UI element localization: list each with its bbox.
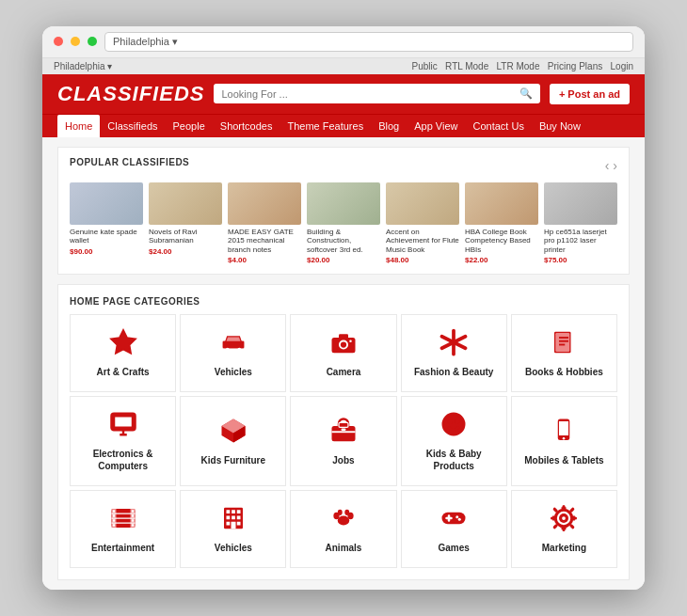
popular-item-img	[228, 182, 301, 225]
popular-item-title: Hp ce651a laserjet pro p1102 laser print…	[544, 228, 617, 255]
list-item[interactable]: HBA College Book Competency Based HBIs $…	[465, 182, 538, 265]
cat-item-mobiles[interactable]: Mobiles & Tablets	[511, 396, 617, 486]
carousel-arrows[interactable]: ‹ ›	[605, 158, 617, 173]
nav-item-classifieds[interactable]: Classifieds	[100, 115, 165, 137]
cat-item-kids-furniture[interactable]: Kids Furniture	[180, 396, 286, 486]
cat-item-camera[interactable]: Camera	[290, 314, 396, 392]
cat-item-art-crafts[interactable]: Art & Crafts	[70, 314, 176, 392]
popular-item-title: HBA College Book Competency Based HBIs	[465, 228, 538, 255]
cat-label: Electronics & Computers	[76, 448, 169, 472]
popular-item-img	[465, 182, 538, 225]
top-links: Public RTL Mode LTR Mode Pricing Plans L…	[412, 61, 633, 71]
cat-label: Kids & Baby Products	[407, 448, 501, 472]
popular-item-title: MADE EASY GATE 2015 mechanical branch no…	[228, 228, 301, 255]
minimize-dot[interactable]	[71, 37, 80, 46]
categories-section: HOME PAGE CATEGORIES Art & Crafts	[57, 284, 630, 580]
svg-point-6	[341, 342, 346, 348]
cat-item-jobs[interactable]: Jobs	[290, 396, 396, 486]
svg-point-61	[338, 510, 343, 515]
popular-item-price: $90.00	[70, 247, 143, 256]
nav-item-shortcodes[interactable]: Shortcodes	[213, 115, 280, 137]
maximize-dot[interactable]	[88, 37, 97, 46]
svg-rect-40	[112, 511, 115, 513]
url-bar[interactable]: Philadelphia ▾	[104, 32, 633, 52]
list-item[interactable]: Genuine kate spade wallet $90.00	[70, 182, 143, 265]
category-grid: Art & Crafts Vehicles	[70, 314, 617, 568]
search-icon[interactable]: 🔍	[519, 87, 533, 100]
popular-item-img	[544, 182, 617, 225]
close-dot[interactable]	[54, 37, 63, 46]
svg-rect-52	[226, 516, 230, 520]
cat-label: Marketing	[542, 542, 586, 554]
smiley-icon	[439, 410, 468, 442]
cube-icon	[219, 417, 248, 449]
nav-item-people[interactable]: People	[166, 115, 213, 137]
popular-item-title: Genuine kate spade wallet	[70, 228, 143, 245]
post-ad-button[interactable]: + Post an ad	[550, 84, 630, 104]
nav-item-buynow[interactable]: Buy Now	[532, 115, 588, 137]
cat-item-marketing[interactable]: Marketing	[511, 490, 617, 568]
svg-rect-25	[339, 422, 348, 427]
search-bar[interactable]: 🔍	[214, 84, 539, 103]
nav-item-appview[interactable]: App View	[407, 115, 465, 137]
popular-section: POPULAR CLASSIFIEDS ‹ › Genuine kate spa…	[57, 147, 630, 276]
list-item[interactable]: Building & Construction, softcover 3rd e…	[307, 182, 380, 265]
nav-item-contact[interactable]: Contact Us	[465, 115, 531, 137]
popular-item-price: $75.00	[544, 256, 617, 264]
cat-item-games[interactable]: Games	[401, 490, 507, 568]
cat-item-vehicles2[interactable]: Vehicles	[180, 490, 286, 568]
content-area: POPULAR CLASSIFIEDS ‹ › Genuine kate spa…	[42, 137, 645, 591]
list-item[interactable]: Accent on Achievement for Flute Music Bo…	[386, 182, 459, 265]
popular-item-price: $48.00	[386, 256, 459, 264]
svg-rect-56	[237, 522, 241, 526]
svg-point-58	[338, 516, 350, 526]
nav-item-theme[interactable]: Theme Features	[280, 115, 371, 137]
nav-item-home[interactable]: Home	[57, 115, 100, 137]
monitor-icon	[109, 410, 137, 442]
svg-rect-49	[226, 511, 230, 514]
asterisk-icon	[439, 328, 468, 360]
svg-point-66	[455, 516, 458, 519]
list-item[interactable]: Hp ce651a laserjet pro p1102 laser print…	[544, 182, 617, 265]
cat-item-books-hobbies[interactable]: Books & Hobbies	[511, 314, 617, 392]
cat-item-kids-baby[interactable]: Kids & Baby Products	[401, 396, 507, 486]
popular-item-price: $22.00	[465, 256, 538, 264]
search-input[interactable]	[221, 88, 519, 100]
svg-rect-51	[237, 511, 241, 514]
categories-title: HOME PAGE CATEGORIES	[70, 296, 617, 307]
mobile-icon	[550, 417, 578, 449]
svg-rect-57	[231, 522, 235, 529]
cat-label: Jobs	[332, 454, 354, 466]
cat-item-entertainment[interactable]: Entertainment	[70, 490, 176, 568]
book-icon	[550, 328, 578, 360]
cat-item-electronics[interactable]: Electronics & Computers	[70, 396, 176, 486]
list-item[interactable]: Novels of Ravi Subramanian $24.00	[149, 182, 222, 265]
cat-label: Vehicles	[215, 542, 252, 554]
site-header-top: Philadelphia ▾ Public RTL Mode LTR Mode …	[42, 58, 645, 74]
cat-item-vehicles[interactable]: Vehicles	[180, 314, 286, 392]
film-icon	[109, 504, 137, 536]
cat-label: Camera	[327, 366, 361, 378]
svg-rect-43	[112, 525, 115, 528]
svg-point-8	[349, 340, 352, 343]
cat-label: Vehicles	[215, 366, 252, 378]
popular-item-img	[307, 182, 380, 225]
cat-label: Books & Hobbies	[525, 366, 603, 378]
svg-point-62	[344, 510, 349, 515]
popular-items-list: Genuine kate spade wallet $90.00 Novels …	[70, 182, 617, 265]
briefcase-icon	[329, 417, 358, 449]
nav-item-blog[interactable]: Blog	[371, 115, 407, 137]
popular-item-price: $24.00	[149, 247, 222, 256]
browser-top-bar: Philadelphia ▾	[42, 26, 645, 58]
list-item[interactable]: MADE EASY GATE 2015 mechanical branch no…	[228, 182, 301, 265]
cat-item-animals[interactable]: Animals	[290, 490, 396, 568]
popular-item-img	[386, 182, 459, 225]
popular-item-price: $20.00	[307, 256, 380, 264]
popular-item-img	[70, 182, 143, 225]
cat-item-fashion-beauty[interactable]: Fashion & Beauty	[401, 314, 507, 392]
svg-rect-50	[232, 511, 235, 514]
svg-rect-42	[112, 520, 115, 523]
svg-rect-13	[556, 333, 570, 352]
building-icon	[219, 504, 248, 536]
popular-item-img	[149, 182, 222, 225]
